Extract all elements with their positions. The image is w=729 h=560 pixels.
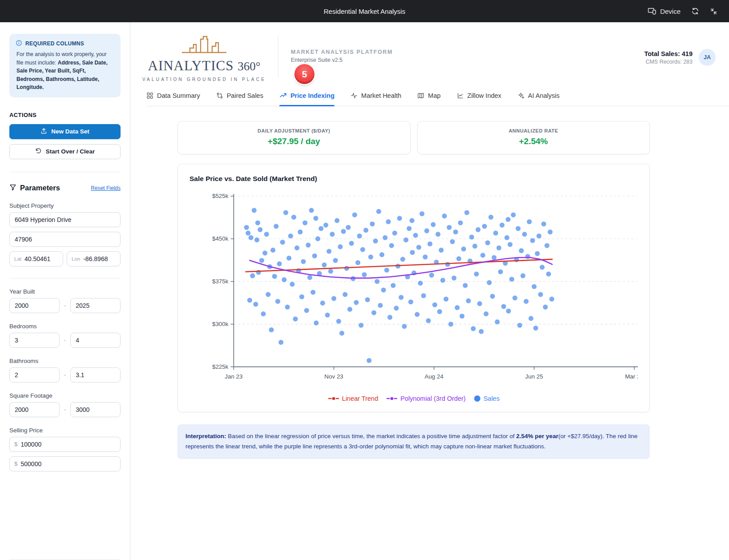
svg-text:$375k: $375k xyxy=(212,278,229,285)
parameters-heading: Parameters xyxy=(20,184,60,192)
tab-label: Map xyxy=(428,92,440,99)
step-badge: 5 xyxy=(294,64,314,84)
restart-icon xyxy=(35,148,42,156)
chart-title: Sale Price vs. Date Sold (Market Trend) xyxy=(189,175,638,183)
header-divider xyxy=(278,36,278,77)
address-field[interactable] xyxy=(9,212,121,227)
filter-icon xyxy=(9,184,16,193)
brand-logo: AINALYTICS 360° VALUATION GROUNDED IN PL… xyxy=(146,35,262,82)
bathrooms-min-field[interactable] xyxy=(9,367,60,383)
svg-text:$300k: $300k xyxy=(212,321,229,327)
tab-label: Data Summary xyxy=(157,92,200,99)
tab-price-indexing[interactable]: Price Indexing xyxy=(279,92,334,106)
bedrooms-label: Bedrooms xyxy=(9,323,121,330)
tab-bar: Data Summary Paired Sales Price Indexing… xyxy=(146,92,729,106)
required-columns-title: REQUIRED COLUMNS xyxy=(25,40,84,47)
bedrooms-max-field[interactable] xyxy=(70,333,121,348)
price-max-field[interactable] xyxy=(21,460,116,467)
new-data-set-label: New Data Set xyxy=(51,128,89,135)
annualized-rate-card: ANNUALIZED RATE +2.54% xyxy=(417,121,650,154)
tab-label: Market Health xyxy=(361,92,401,99)
latitude-field[interactable] xyxy=(24,255,58,262)
sqft-min-field[interactable] xyxy=(9,402,60,417)
sidebar-divider xyxy=(9,172,121,172)
longitude-field[interactable] xyxy=(83,255,116,262)
tab-ai-analysis[interactable]: AI Analysis xyxy=(517,92,560,106)
legend-linear-trend: Linear Trend xyxy=(328,395,378,402)
chart-legend: Linear Trend Polynomial (3rd Order) Sale… xyxy=(189,395,638,405)
device-label: Device xyxy=(660,8,681,15)
price-min-wrap: $ xyxy=(9,437,121,452)
window-title: Residential Market Analysis xyxy=(0,8,729,15)
start-over-button[interactable]: Start Over / Clear xyxy=(9,144,121,159)
svg-text:$450k: $450k xyxy=(212,235,229,242)
svg-text:Mar 26: Mar 26 xyxy=(625,373,638,380)
start-over-label: Start Over / Clear xyxy=(46,148,95,155)
polynomial-marker-icon xyxy=(386,396,398,401)
selling-price-label: Selling Price xyxy=(9,427,121,434)
user-avatar[interactable]: JA xyxy=(699,49,716,66)
required-columns-callout: REQUIRED COLUMNS For the analysis to wor… xyxy=(9,34,121,97)
daily-adjustment-card: DAILY ADJUSTMENT ($/DAY) +$27.95 / day xyxy=(177,121,411,154)
range-dash: - xyxy=(64,371,66,378)
lon-prefix-label: Lon xyxy=(72,256,80,262)
info-icon xyxy=(16,40,22,48)
tab-market-health[interactable]: Market Health xyxy=(350,92,401,106)
svg-text:Jun 25: Jun 25 xyxy=(525,373,543,380)
tab-map[interactable]: Map xyxy=(417,92,440,106)
price-min-field[interactable] xyxy=(21,441,116,448)
reset-fields-link[interactable]: Reset Fields xyxy=(91,185,121,191)
logo-wordmark: AINALYTICS 360° xyxy=(148,58,261,74)
fit-screen-button[interactable] xyxy=(710,8,717,15)
total-sales-stat: Total Sales: 419 xyxy=(644,50,693,57)
range-dash: - xyxy=(64,337,66,343)
bathrooms-max-field[interactable] xyxy=(70,367,121,383)
range-dash: - xyxy=(64,302,66,309)
daily-adjustment-label: DAILY ADJUSTMENT ($/DAY) xyxy=(182,128,406,133)
latitude-field-wrap: Lat xyxy=(9,251,63,266)
device-selector[interactable]: Device xyxy=(648,8,681,15)
refresh-button[interactable] xyxy=(691,7,699,15)
building-skyline-icon xyxy=(177,35,231,56)
interpretation-note: Interpretation: Based on the linear regr… xyxy=(177,424,650,459)
daily-adjustment-value: +$27.95 / day xyxy=(182,137,406,146)
logo-tagline: VALUATION GROUNDED IN PLACE xyxy=(142,77,266,82)
bathrooms-label: Bathrooms xyxy=(9,358,121,364)
platform-title: MARKET ANALYSIS PLATFORM xyxy=(291,49,393,55)
year-built-max-field[interactable] xyxy=(70,298,121,313)
main-panel: AINALYTICS 360° VALUATION GROUNDED IN PL… xyxy=(130,22,729,560)
price-max-wrap: $ xyxy=(9,456,121,471)
topbar: Residential Market Analysis Device xyxy=(0,0,729,22)
svg-text:Aug 24: Aug 24 xyxy=(424,373,443,380)
required-columns-text: For the analysis to work properly, your … xyxy=(16,50,114,92)
platform-subtitle: Enterprise Suite v2.5 xyxy=(291,57,393,63)
tab-zillow-index[interactable]: Zillow Index xyxy=(457,92,502,106)
tab-paired-sales[interactable]: Paired Sales xyxy=(216,92,263,106)
year-built-label: Year Built xyxy=(9,288,121,295)
cms-records-stat: CMS Records: 283 xyxy=(644,59,693,65)
currency-prefix: $ xyxy=(14,441,18,447)
tab-data-summary[interactable]: Data Summary xyxy=(146,92,200,106)
upload-icon xyxy=(40,128,47,136)
svg-text:$225k: $225k xyxy=(212,363,229,370)
svg-text:Jan 23: Jan 23 xyxy=(225,373,242,380)
sidebar: REQUIRED COLUMNS For the analysis to wor… xyxy=(0,22,130,560)
svg-text:$525k: $525k xyxy=(212,193,229,199)
tab-label: Zillow Index xyxy=(467,92,502,99)
year-built-min-field[interactable] xyxy=(9,298,60,313)
subject-property-label: Subject Property xyxy=(9,202,121,209)
trend-chart-card: Sale Price vs. Date Sold (Market Trend) … xyxy=(177,164,650,412)
square-footage-label: Square Footage xyxy=(9,392,121,399)
annualized-rate-label: ANNUALIZED RATE xyxy=(422,128,645,133)
tab-label: Paired Sales xyxy=(227,92,263,99)
lat-prefix-label: Lat xyxy=(14,256,21,262)
device-icon xyxy=(648,8,657,15)
longitude-field-wrap: Lon xyxy=(67,251,121,266)
bedrooms-min-field[interactable] xyxy=(9,333,60,348)
sqft-max-field[interactable] xyxy=(70,402,121,417)
new-data-set-button[interactable]: New Data Set xyxy=(9,124,121,139)
sales-marker-icon xyxy=(474,395,481,402)
linear-trend-marker-icon xyxy=(328,396,339,401)
scatter-plot: $525k$450k$375k$300k$225kJan 23Nov 23Aug… xyxy=(189,189,638,393)
zip-field[interactable] xyxy=(9,232,121,247)
